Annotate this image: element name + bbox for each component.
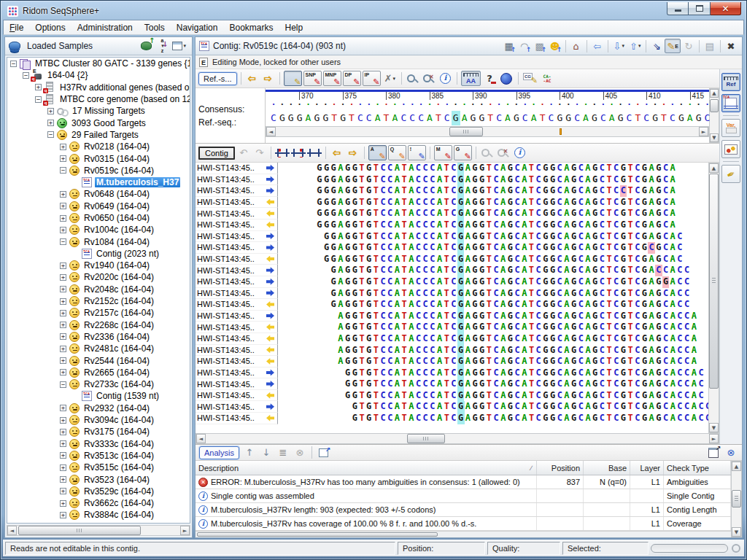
base[interactable]: T <box>373 174 380 186</box>
base[interactable]: A <box>500 265 507 276</box>
base[interactable]: T <box>528 413 535 424</box>
base[interactable]: C <box>634 231 641 243</box>
read-sequence[interactable]: AGGTGTCCATACCCATCGAGGTCAGCATCGGCAGCAGCTC… <box>278 356 697 368</box>
base[interactable]: G <box>351 276 358 288</box>
base[interactable]: A <box>436 219 444 231</box>
base[interactable]: A <box>563 401 570 413</box>
trim-left-icon[interactable] <box>275 148 290 158</box>
base[interactable]: G <box>323 231 330 243</box>
base[interactable]: A <box>521 163 528 174</box>
base[interactable]: C <box>634 413 641 424</box>
base[interactable]: C <box>514 401 521 413</box>
base[interactable]: A <box>464 333 471 345</box>
tree-item[interactable]: +Rv0218 (164-04) <box>7 141 190 152</box>
base[interactable]: C <box>514 345 521 357</box>
base[interactable]: T <box>443 401 450 413</box>
base[interactable]: G <box>457 254 465 265</box>
base[interactable]: A <box>648 276 655 288</box>
scrollbar-thumb[interactable] <box>710 99 719 112</box>
base[interactable]: T <box>358 163 365 174</box>
tca-view-button[interactable] <box>721 94 740 112</box>
base[interactable]: C <box>697 378 705 390</box>
base[interactable]: T <box>486 368 493 379</box>
base[interactable]: C <box>514 219 521 231</box>
zoom-out-icon[interactable]: × <box>422 73 436 84</box>
base[interactable]: G <box>457 299 465 311</box>
tree-item[interactable]: +Rv0648 (164-04) <box>7 188 190 200</box>
expand-icon[interactable]: + <box>60 155 66 162</box>
base[interactable]: A <box>584 197 592 209</box>
ref-base[interactable]: A <box>503 111 512 125</box>
base[interactable]: C <box>514 356 521 368</box>
base[interactable]: G <box>592 322 599 333</box>
base[interactable]: T <box>605 242 613 254</box>
base[interactable]: T <box>358 276 365 288</box>
base[interactable]: G <box>620 219 627 231</box>
base[interactable]: C <box>577 265 584 276</box>
ambiguity-help-icon[interactable]: ? <box>482 71 497 86</box>
expand-icon[interactable]: + <box>47 108 54 114</box>
base[interactable]: T <box>373 401 380 413</box>
base[interactable]: A <box>648 254 655 265</box>
base[interactable]: G <box>620 356 627 368</box>
base[interactable]: T <box>400 174 408 186</box>
base[interactable]: A <box>408 276 415 288</box>
base[interactable]: T <box>358 299 365 311</box>
ip-pencil-button[interactable]: IP✎ <box>363 71 381 86</box>
base[interactable]: A <box>464 356 471 368</box>
base[interactable]: C <box>492 242 500 254</box>
base[interactable]: G <box>365 208 373 219</box>
base[interactable]: A <box>500 345 507 357</box>
base[interactable]: T <box>627 311 634 322</box>
base[interactable]: G <box>471 390 479 402</box>
base[interactable]: T <box>627 345 634 357</box>
ref-base[interactable]: C <box>399 111 408 125</box>
base[interactable]: A <box>500 276 507 288</box>
read-name-cell[interactable]: HWI-ST143:45.. <box>196 378 278 390</box>
tree-item[interactable]: −MTBC core genome (based on 12 ge <box>7 93 190 105</box>
base[interactable]: T <box>400 401 408 413</box>
base[interactable]: G <box>570 265 578 276</box>
base[interactable]: G <box>344 265 352 276</box>
base[interactable]: T <box>486 265 493 276</box>
base[interactable]: C <box>662 288 670 300</box>
read-sequence[interactable]: GGAGGTGTCCATACCCATCGAGGTCAGCATCGGCAGCAGC… <box>278 254 684 265</box>
base[interactable]: C <box>514 311 521 322</box>
base[interactable]: A <box>394 219 401 231</box>
ref-base[interactable]: G <box>677 111 686 125</box>
base[interactable]: C <box>514 163 521 174</box>
expand-icon[interactable]: + <box>60 429 66 435</box>
menu-navigation[interactable]: Navigation <box>171 21 224 34</box>
scrollbar-thumb[interactable] <box>18 526 141 535</box>
base[interactable]: G <box>330 265 337 276</box>
base[interactable]: G <box>592 265 599 276</box>
next-down-arrow-icon[interactable]: ⇩▾ <box>611 39 627 53</box>
base[interactable]: A <box>436 378 444 390</box>
base[interactable]: A <box>648 368 655 379</box>
base[interactable]: G <box>479 345 486 357</box>
base[interactable]: G <box>570 401 578 413</box>
base[interactable]: C <box>379 333 387 345</box>
base[interactable]: C <box>535 163 542 174</box>
tree-item[interactable]: +Rv2048c (164-04) <box>7 284 190 295</box>
base[interactable]: C <box>556 368 563 379</box>
base[interactable]: A <box>648 174 655 186</box>
var-view-button[interactable]: Var, <box>721 119 740 137</box>
base[interactable]: G <box>479 401 486 413</box>
base[interactable]: T <box>528 276 535 288</box>
base[interactable]: T <box>443 163 450 174</box>
undo-icon[interactable]: ↶ <box>236 146 251 160</box>
ref-base[interactable]: C <box>547 111 556 125</box>
base[interactable]: A <box>464 368 471 379</box>
base[interactable]: C <box>450 242 457 254</box>
base[interactable]: T <box>605 401 613 413</box>
ref-base[interactable]: T <box>382 111 391 125</box>
ref-base[interactable]: T <box>330 111 338 125</box>
base[interactable]: A <box>521 401 528 413</box>
base[interactable]: A <box>669 413 676 424</box>
base[interactable]: G <box>323 254 330 265</box>
set-range-icon[interactable] <box>307 148 322 158</box>
base[interactable]: A <box>563 288 570 300</box>
expand-icon[interactable]: + <box>60 476 66 483</box>
base[interactable]: G <box>620 174 627 186</box>
